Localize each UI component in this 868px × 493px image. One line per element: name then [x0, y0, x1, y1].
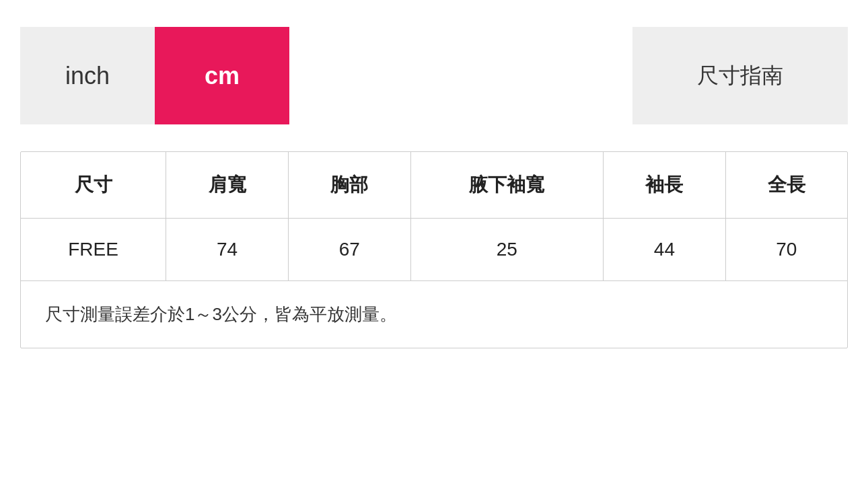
col-header-sleeve-length: 袖長	[604, 152, 726, 219]
cell-shoulder: 74	[166, 219, 289, 281]
cm-button[interactable]: cm	[155, 27, 289, 124]
col-header-shoulder: 肩寬	[166, 152, 289, 219]
table-note: 尺寸測量誤差介於1～3公分，皆為平放測量。	[21, 281, 847, 348]
cell-sleeve-width: 25	[410, 219, 604, 281]
table-header-row: 尺寸 肩寬 胸部 腋下袖寬 袖長 全長	[21, 152, 847, 219]
table-row: FREE 74 67 25 44 70	[21, 219, 847, 281]
inch-button[interactable]: inch	[20, 27, 155, 124]
size-guide-button[interactable]: 尺寸指南	[632, 27, 848, 124]
col-header-chest: 胸部	[288, 152, 410, 219]
size-table-container: 尺寸 肩寬 胸部 腋下袖寬 袖長 全長 FREE 74 67 25 44 70 …	[20, 151, 848, 348]
cell-sleeve-length: 44	[604, 219, 726, 281]
note-row: 尺寸測量誤差介於1～3公分，皆為平放測量。	[21, 281, 847, 348]
size-table: 尺寸 肩寬 胸部 腋下袖寬 袖長 全長 FREE 74 67 25 44 70 …	[21, 152, 847, 348]
col-header-size: 尺寸	[21, 152, 166, 219]
col-header-sleeve-width: 腋下袖寬	[410, 152, 604, 219]
cell-chest: 67	[288, 219, 410, 281]
top-section: inch cm 尺寸指南	[20, 27, 848, 124]
col-header-total-length: 全長	[725, 152, 847, 219]
unit-toggle: inch cm	[20, 27, 289, 124]
cell-size: FREE	[21, 219, 166, 281]
cell-total-length: 70	[725, 219, 847, 281]
